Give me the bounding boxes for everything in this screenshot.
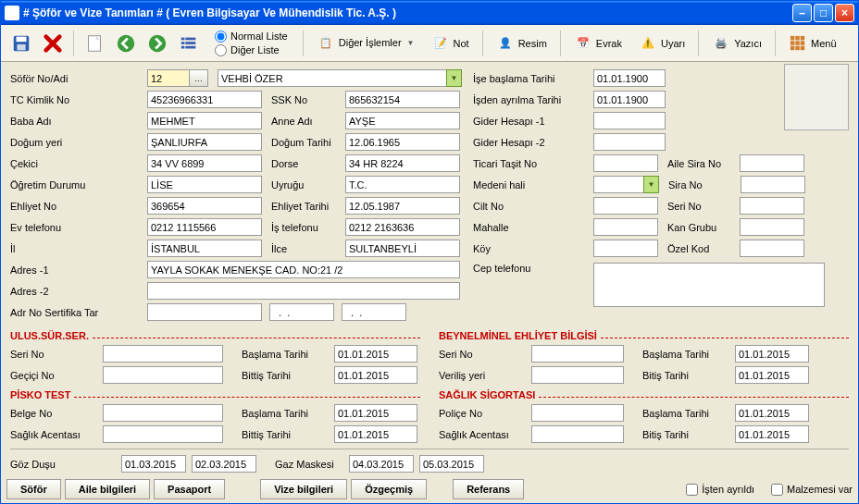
diger-islemler-button[interactable]: 📋Diğer İşlemler▼ — [311, 31, 420, 56]
diger-liste-radio[interactable]: Diğer Liste — [215, 44, 288, 56]
ehliyet-tarihi-input[interactable] — [345, 197, 460, 215]
next-button[interactable] — [144, 31, 170, 56]
adr-no-input[interactable] — [147, 303, 262, 321]
evrak-button[interactable]: 📅Evrak — [568, 31, 628, 56]
save-button[interactable] — [8, 31, 34, 56]
saglik-bitis-input[interactable] — [735, 425, 809, 443]
adr-d1-input[interactable] — [269, 303, 334, 321]
sofor-no-lookup-button[interactable]: … — [190, 69, 208, 87]
bey-bitis-input[interactable] — [735, 366, 809, 384]
bey-verilis-label: Veriliş yeri — [439, 370, 531, 381]
medeni-dropdown-button[interactable]: ▼ — [643, 176, 659, 193]
dogum-yeri-input[interactable] — [147, 133, 262, 151]
ticari-input[interactable] — [593, 154, 658, 172]
app-icon — [5, 6, 19, 20]
ulus-seri-input[interactable] — [103, 345, 223, 363]
svg-rect-18 — [791, 45, 795, 50]
cekici-input[interactable] — [147, 154, 262, 172]
tab-sofor[interactable]: Söför — [6, 479, 61, 499]
saglik-title: SAĞLIK SİGORTASI — [439, 389, 535, 400]
ulus-bitis-input[interactable] — [334, 366, 417, 384]
tab-aile[interactable]: Aile bilgileri — [65, 479, 150, 499]
minimize-button[interactable]: – — [792, 4, 812, 22]
ulus-baslama-input[interactable] — [334, 345, 417, 363]
isten-ayrildi-checkbox[interactable]: İşten ayrıldı — [686, 484, 754, 496]
is-tel-input[interactable] — [345, 218, 460, 236]
ilce-input[interactable] — [345, 240, 460, 257]
tab-ozgecmis[interactable]: Özgeçmiş — [351, 479, 427, 499]
cilt-input[interactable] — [593, 197, 658, 215]
sofor-adi-input[interactable] — [218, 69, 446, 87]
ulus-gecici-input[interactable] — [103, 366, 223, 384]
saglik-police-input[interactable] — [531, 404, 624, 422]
uyrugu-input[interactable] — [345, 176, 460, 193]
koy-input[interactable] — [593, 240, 658, 257]
new-button[interactable] — [81, 31, 107, 56]
close-button[interactable]: × — [835, 4, 854, 22]
yazici-button[interactable]: 🖨️Yazıcı — [706, 31, 767, 56]
maximize-button[interactable]: □ — [814, 4, 833, 22]
sofor-no-input[interactable] — [147, 69, 190, 87]
pisko-baslama-input[interactable] — [334, 404, 417, 422]
adr-d2-input[interactable] — [342, 303, 406, 321]
seri-no-input[interactable] — [740, 197, 804, 215]
pisko-bitis-input[interactable] — [334, 425, 417, 443]
anne-input[interactable] — [345, 112, 460, 129]
ise-baslama-input[interactable] — [593, 69, 666, 87]
ehliyet-no-input[interactable] — [147, 197, 262, 215]
aile-sira-input[interactable] — [740, 154, 804, 172]
bey-baslama-input[interactable] — [735, 345, 809, 363]
adres1-input[interactable] — [147, 261, 460, 278]
prev-button[interactable] — [113, 31, 139, 56]
tab-vize[interactable]: Vize bilgileri — [260, 479, 347, 499]
svg-rect-12 — [791, 35, 795, 40]
bey-seri-input[interactable] — [531, 345, 624, 363]
pisko-saglik-input[interactable] — [103, 425, 223, 443]
malzemesi-var-checkbox[interactable]: Malzemesi var — [771, 484, 853, 496]
adres2-input[interactable] — [147, 282, 460, 300]
not-button[interactable]: 📝Not — [426, 31, 475, 56]
isden-ayrilma-input[interactable] — [593, 91, 666, 108]
il-input[interactable] — [147, 240, 262, 257]
resim-button[interactable]: 👤Resim — [491, 31, 553, 56]
svg-rect-7 — [185, 37, 195, 40]
tc-kimlik-input[interactable] — [147, 91, 262, 108]
ozel-kod-input[interactable] — [740, 240, 804, 257]
dorse-input[interactable] — [345, 154, 460, 172]
cep-input[interactable] — [593, 263, 825, 307]
gider2-input[interactable] — [593, 133, 666, 151]
pisko-belge-input[interactable] — [103, 404, 223, 422]
svg-rect-19 — [795, 45, 800, 50]
kan-input[interactable] — [740, 218, 804, 236]
dogum-tarihi-input[interactable] — [345, 133, 460, 151]
sira-no-input[interactable] — [741, 176, 805, 193]
goz-d1-input[interactable] — [121, 455, 186, 473]
list-button[interactable] — [176, 31, 202, 56]
baba-input[interactable] — [147, 112, 262, 129]
ev-tel-input[interactable] — [147, 218, 262, 236]
gaz-d2-input[interactable] — [419, 455, 484, 473]
goz-d2-input[interactable] — [192, 455, 256, 473]
saglik-baslama-input[interactable] — [735, 404, 809, 422]
svg-rect-10 — [181, 45, 185, 48]
saglik-acenta-input[interactable] — [531, 425, 624, 443]
bey-verilis-input[interactable] — [531, 366, 624, 384]
mahalle-input[interactable] — [593, 218, 658, 236]
note-icon: 📝 — [431, 34, 450, 53]
menu-button[interactable]: Menü — [783, 31, 842, 56]
svg-rect-8 — [181, 42, 185, 44]
tab-referans[interactable]: Referans — [453, 479, 524, 499]
gider1-input[interactable] — [593, 112, 666, 129]
medeni-input[interactable] — [593, 176, 643, 193]
uyari-button[interactable]: ⚠️Uyarı — [633, 31, 691, 56]
isden-ayrilma-label: İşden ayrılma Tarihi — [473, 94, 593, 105]
adres1-label: Adres -1 — [10, 264, 105, 276]
sofor-adi-dropdown-button[interactable]: ▼ — [446, 69, 462, 87]
gaz-d1-input[interactable] — [349, 455, 414, 473]
tab-pasaport[interactable]: Pasaport — [154, 479, 225, 499]
ogretim-input[interactable] — [147, 176, 262, 193]
saglik-baslama-label: Başlama Tarihi — [642, 408, 735, 419]
ssk-input[interactable] — [345, 91, 460, 108]
delete-button[interactable] — [40, 31, 66, 56]
normal-liste-radio[interactable]: Normal Liste — [215, 31, 288, 43]
